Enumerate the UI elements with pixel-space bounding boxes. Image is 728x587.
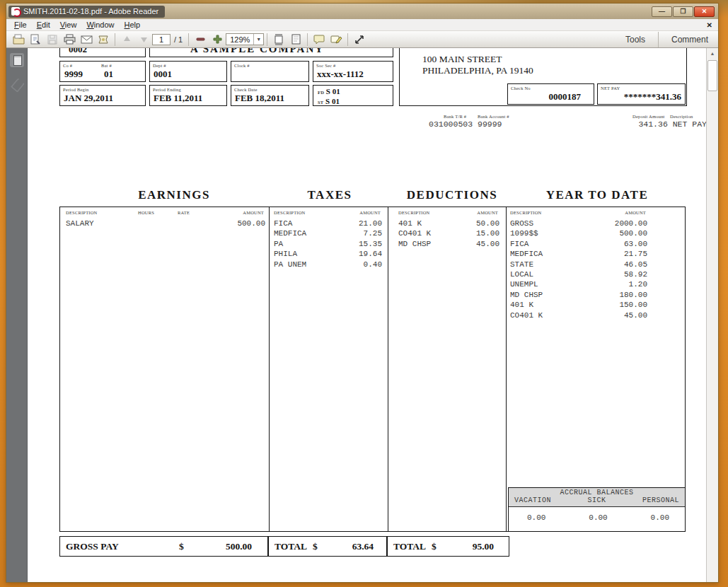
period-begin-value: JAN 29,2011 (64, 93, 113, 104)
ytd-h-amount: AMOUNT (625, 210, 646, 215)
dept-box: Dept # 0001 (149, 61, 227, 82)
table-row: 401 K50.00 (398, 219, 499, 228)
accrual-col-vacation: VACATION (514, 496, 551, 504)
menubar-close-icon[interactable]: ✕ (707, 21, 718, 29)
ssn-label: Soc Sec # (316, 63, 335, 68)
table-row: SALARY500.00 (66, 219, 265, 228)
company-address: 100 MAIN STREET PHILADELPHIA, PA 19140 (422, 54, 533, 76)
check-date-label: Check Date (234, 87, 258, 92)
next-page-icon[interactable] (135, 33, 152, 47)
scrollbar-thumb[interactable] (707, 60, 717, 91)
title-bar[interactable]: SMITH.2011-02-18.pdf - Adobe Reader — ❐ … (6, 4, 718, 19)
open-icon[interactable] (10, 33, 27, 47)
check-date-box: Check Date FEB 18,2011 (231, 85, 309, 106)
send-fill-sign-icon[interactable] (351, 33, 368, 47)
table-row: MD CHSP180.00 (510, 290, 647, 300)
ytd-h-desc: DESCRIPTION (510, 210, 541, 215)
highlight-note-icon[interactable] (328, 33, 345, 47)
previous-page-icon[interactable] (118, 33, 135, 47)
state-status-prefix: ST (318, 100, 323, 105)
menu-view[interactable]: View (55, 20, 82, 30)
deductions-h-amount: AMOUNT (477, 210, 498, 215)
ytd-title: YEAR TO DATE (526, 188, 668, 202)
ytd-rows: GROSS2000.001099$$500.00FICA63.00MEDFICA… (510, 219, 647, 320)
zoom-out-icon[interactable] (192, 33, 209, 47)
zoom-in-icon[interactable] (209, 33, 226, 47)
batch-number-box: 0002 (59, 48, 146, 57)
zoom-level-select[interactable]: 129% ▼ (226, 33, 264, 45)
chevron-down-icon[interactable]: ▼ (253, 34, 263, 45)
taxes-total-currency: $ (313, 541, 318, 552)
table-row: STATE46.05 (510, 260, 647, 269)
page-thumbnails-icon[interactable] (10, 53, 24, 67)
table-row: MEDFICA21.75 (510, 249, 647, 259)
earnings-h-desc: DESCRIPTION (66, 210, 97, 215)
navigation-pane (6, 48, 28, 582)
batch-number: 0002 (69, 48, 87, 55)
ssn-value: xxx-xx-1112 (317, 69, 364, 80)
period-begin-label: Period Begin (63, 87, 89, 92)
address-line1: 100 MAIN STREET (422, 54, 533, 65)
description-label: Description (670, 114, 693, 119)
net-pay-label: NET PAY (601, 86, 620, 91)
menu-window[interactable]: Window (81, 20, 119, 30)
scrolling-mode-icon[interactable] (270, 33, 287, 47)
toolbar: 1 / 1 129% ▼ (6, 31, 718, 48)
attachments-icon[interactable] (10, 77, 24, 91)
gross-pay-label: GROSS PAY (66, 541, 119, 552)
taxes-total-label: TOTAL (275, 541, 307, 552)
address-line2: PHILADELPHIA, PA 19140 (422, 65, 533, 76)
single-page-view-icon[interactable] (287, 33, 304, 47)
accrual-title: ACCRUAL BALANCES (509, 488, 685, 496)
earnings-title: EARNINGS (103, 188, 245, 202)
page-number-input[interactable]: 1 (152, 34, 171, 45)
adobe-reader-window: SMITH.2011-02-18.pdf - Adobe Reader — ❐ … (6, 3, 719, 583)
maximize-button[interactable]: ❐ (673, 6, 693, 17)
page-count-label: / 1 (174, 35, 183, 44)
vertical-scrollbar[interactable]: ▲ (706, 48, 718, 582)
comment-bubble-icon[interactable] (311, 33, 328, 47)
accrual-sick-value: 0.00 (589, 513, 607, 522)
table-row: UNEMPL1.20 (510, 279, 647, 289)
table-row: CO401 K15.00 (398, 228, 499, 238)
email-icon[interactable] (78, 33, 95, 47)
check-no-label: Check No (511, 86, 531, 91)
comment-button[interactable]: Comment (661, 35, 718, 45)
save-icon[interactable] (44, 33, 61, 47)
deductions-total-box: TOTAL $ 95.00 (387, 536, 509, 557)
fed-status-prefix: FD (318, 90, 324, 95)
bank-values: 031000503 99999 (429, 120, 502, 129)
minimize-button[interactable]: — (652, 6, 672, 17)
table-row: PA UNEM0.40 (274, 260, 382, 269)
accrual-col-personal: PERSONAL (642, 496, 679, 504)
taxes-title: TAXES (259, 188, 400, 202)
fed-status-value: S 01 (326, 87, 340, 95)
period-ending-label: Period Ending (153, 87, 181, 92)
pdf-document[interactable]: 0002 A SAMPLE COMPANY Co # Bat # 9999 01… (28, 48, 706, 582)
title-chip: SMITH.2011-02-18.pdf - Adobe Reader (8, 6, 165, 18)
accrual-personal-value: 0.00 (651, 513, 669, 522)
share-icon[interactable] (95, 33, 112, 47)
clock-box: Clock # (231, 61, 309, 82)
menu-edit[interactable]: Edit (32, 20, 55, 30)
menu-file[interactable]: File (9, 20, 32, 30)
table-row: LOCAL58.92 (510, 269, 647, 279)
table-row: PHILA19.64 (274, 249, 382, 259)
accrual-col-sick: SICK (587, 496, 606, 504)
scrollbar-up-icon[interactable]: ▲ (707, 48, 718, 59)
taxes-rows: FICA21.00MEDFICA7.25PA15.35PHILA19.64PA … (274, 219, 382, 269)
tools-button[interactable]: Tools (616, 35, 655, 45)
company-name: A SAMPLE COMPANY (150, 48, 364, 55)
taxes-h-desc: DESCRIPTION (274, 210, 305, 215)
save-copy-icon[interactable] (27, 33, 44, 47)
taxes-h-amount: AMOUNT (359, 210, 381, 215)
bat-value: 01 (104, 69, 113, 80)
bank-account-label: Bank Account # (478, 114, 509, 119)
close-button[interactable]: ✕ (694, 6, 715, 17)
deductions-total-value: 95.00 (473, 541, 494, 552)
filing-status-box: FD S 01 ST S 01 (313, 85, 393, 106)
menu-help[interactable]: Help (120, 20, 146, 30)
co-value: 9999 (64, 69, 83, 80)
earnings-h-rate: RATE (178, 210, 190, 215)
print-icon[interactable] (61, 33, 78, 47)
